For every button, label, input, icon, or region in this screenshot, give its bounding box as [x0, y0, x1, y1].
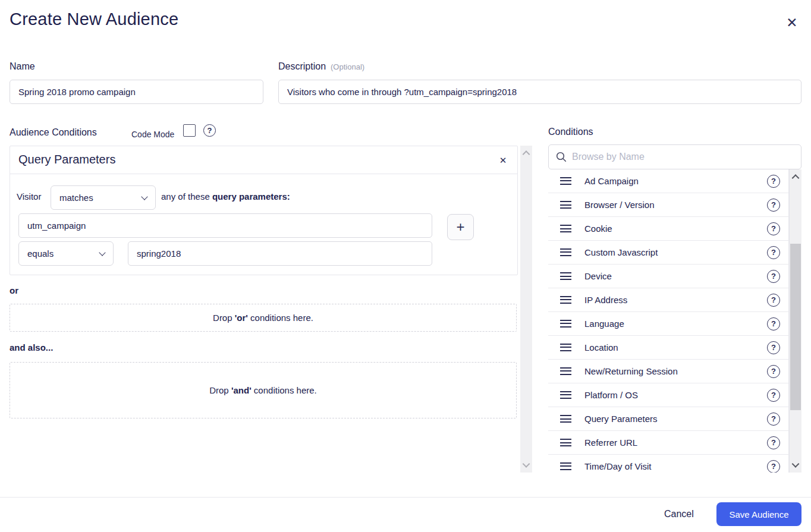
condition-list-item[interactable]: Device? [548, 265, 788, 288]
condition-label: Custom Javascript [584, 247, 658, 257]
card-title: Query Parameters [18, 153, 115, 166]
condition-list-item[interactable]: Platform / OS? [548, 383, 788, 407]
condition-list-item[interactable]: Language? [548, 312, 788, 336]
help-icon[interactable]: ? [767, 341, 780, 354]
drag-handle-icon[interactable] [560, 462, 571, 470]
help-icon[interactable]: ? [767, 199, 780, 212]
condition-label: IP Address [584, 295, 627, 305]
name-input[interactable] [10, 80, 263, 104]
condition-label: New/Returning Session [584, 366, 678, 376]
match-type-value: matches [59, 193, 93, 203]
help-icon[interactable]: ? [767, 413, 780, 426]
conditions-search-box [548, 144, 801, 169]
save-audience-button[interactable]: Save Audience [716, 502, 801, 526]
code-mode-checkbox[interactable] [183, 124, 196, 137]
subject-label: Visitor [17, 191, 41, 202]
condition-list-item[interactable]: Browser / Version? [548, 193, 788, 217]
scroll-up-icon[interactable] [792, 174, 800, 182]
condition-label: Platform / OS [584, 390, 638, 400]
operator-select[interactable]: equals [18, 241, 114, 266]
drag-handle-icon[interactable] [560, 177, 571, 185]
help-icon[interactable]: ? [767, 246, 780, 259]
help-icon[interactable]: ? [767, 365, 780, 378]
conditions-list: Ad Campaign? Browser / Version? Cookie? … [548, 169, 789, 473]
or-drop-zone[interactable]: Drop 'or' conditions here. [10, 304, 517, 332]
drag-handle-icon[interactable] [560, 367, 571, 375]
drag-handle-icon[interactable] [560, 225, 571, 232]
and-also-label: and also... [10, 342, 53, 352]
conditions-search-input[interactable] [572, 152, 794, 162]
scroll-up-icon[interactable] [523, 150, 530, 158]
cancel-button[interactable]: Cancel [657, 505, 701, 523]
audience-conditions-label: Audience Conditions [10, 127, 97, 138]
help-icon[interactable]: ? [767, 317, 780, 330]
or-drop-text: Drop 'or' conditions here. [213, 313, 313, 323]
help-icon[interactable]: ? [767, 270, 780, 283]
condition-list-item[interactable]: Custom Javascript? [548, 241, 788, 265]
condition-label: Language [584, 319, 624, 329]
condition-list-item[interactable]: Referrer URL? [548, 431, 788, 455]
condition-label: Browser / Version [584, 200, 655, 210]
builder-scrollbar[interactable] [520, 146, 532, 473]
param-name-input[interactable] [18, 213, 432, 238]
help-icon[interactable]: ? [767, 222, 780, 235]
clause-prefix: any of these [161, 191, 212, 202]
drag-handle-icon[interactable] [560, 248, 571, 256]
param-value-input[interactable] [128, 241, 432, 266]
clause-text: any of these query parameters: [161, 191, 290, 202]
match-type-select[interactable]: matches [51, 185, 156, 210]
query-parameters-card: Query Parameters ✕ Visitor matches any o… [10, 146, 518, 275]
help-icon[interactable]: ? [767, 175, 780, 188]
operator-value: equals [27, 248, 54, 259]
search-icon [556, 152, 567, 162]
scroll-down-icon[interactable] [792, 460, 800, 468]
condition-list-item[interactable]: Location? [548, 336, 788, 360]
conditions-scrollbar[interactable] [789, 169, 801, 473]
drag-handle-icon[interactable] [560, 344, 571, 351]
scroll-down-icon[interactable] [523, 460, 530, 468]
code-mode-help-icon[interactable]: ? [203, 124, 216, 137]
and-drop-text: Drop 'and' conditions here. [209, 385, 317, 395]
optional-hint: (Optional) [331, 62, 364, 71]
page-title: Create New Audience [10, 10, 178, 29]
condition-label: Location [584, 342, 618, 352]
conditions-panel-title: Conditions [548, 127, 593, 137]
description-input[interactable] [278, 80, 801, 104]
or-label: or [10, 285, 18, 295]
condition-label: Ad Campaign [584, 176, 639, 186]
add-condition-button[interactable]: + [447, 214, 474, 240]
help-icon[interactable]: ? [767, 294, 780, 307]
condition-label: Device [584, 271, 612, 281]
condition-list-item[interactable]: IP Address? [548, 288, 788, 312]
card-close-icon[interactable]: ✕ [496, 153, 510, 168]
drag-handle-icon[interactable] [560, 439, 571, 446]
chevron-down-icon [99, 249, 105, 256]
condition-list-item[interactable]: New/Returning Session? [548, 360, 788, 383]
condition-list-item[interactable]: Time/Day of Visit? [548, 455, 788, 473]
drag-handle-icon[interactable] [560, 391, 571, 399]
condition-label: Query Parameters [584, 414, 658, 424]
help-icon[interactable]: ? [767, 389, 780, 402]
and-drop-zone[interactable]: Drop 'and' conditions here. [10, 362, 517, 418]
condition-label: Cookie [584, 223, 612, 234]
condition-list-item[interactable]: Ad Campaign? [548, 169, 788, 193]
condition-label: Time/Day of Visit [584, 461, 652, 471]
close-icon[interactable]: ✕ [782, 13, 801, 32]
drag-handle-icon[interactable] [560, 415, 571, 423]
chevron-down-icon [141, 193, 147, 200]
drag-handle-icon[interactable] [560, 296, 571, 304]
scrollbar-thumb[interactable] [790, 244, 801, 410]
drag-handle-icon[interactable] [560, 320, 571, 328]
help-icon[interactable]: ? [767, 460, 780, 473]
help-icon[interactable]: ? [767, 436, 780, 449]
description-label: Description [278, 61, 326, 71]
drag-handle-icon[interactable] [560, 201, 571, 209]
condition-list-item[interactable]: Query Parameters? [548, 407, 788, 431]
clause-bold: query parameters: [212, 191, 290, 202]
condition-label: Referrer URL [584, 437, 637, 448]
code-mode-label: Code Mode [131, 130, 174, 139]
description-label-row: Description(Optional) [278, 61, 364, 72]
footer-divider [0, 497, 811, 498]
drag-handle-icon[interactable] [560, 272, 571, 280]
condition-list-item[interactable]: Cookie? [548, 217, 788, 241]
